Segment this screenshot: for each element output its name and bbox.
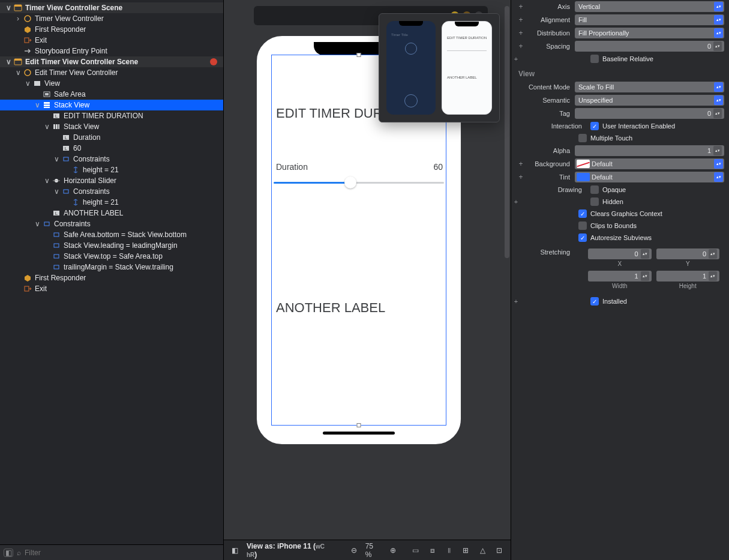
stepper-icon[interactable]: ▴▾ [641, 249, 649, 259]
add-icon[interactable]: + [516, 29, 526, 37]
align-button[interactable]: ⫴ [444, 545, 455, 556]
constraints-inner[interactable]: ∨ Constraints [0, 154, 223, 164]
embed-in-button[interactable]: ⧈ [427, 545, 438, 556]
user-interaction-checkbox[interactable]: ✓ [590, 122, 599, 130]
stepper-icon[interactable]: ▴▾ [713, 41, 722, 51]
add-icon[interactable]: + [511, 55, 521, 62]
horizontal-slider[interactable]: ∨ Horizontal Slider [0, 175, 223, 186]
minimap-scene-2[interactable]: EDIT TIMER DURATION ANOTHER LABEL [442, 21, 492, 115]
canvas-label-60[interactable]: 60 [433, 162, 443, 172]
exit-2[interactable]: · Exit [0, 283, 223, 294]
constraints-slider[interactable]: ∨ Constraints [0, 186, 223, 197]
storyboard-entry[interactable]: · Storyboard Entry Point [0, 46, 223, 56]
axis-popup[interactable]: Vertical▴▾ [575, 1, 724, 12]
label-60[interactable]: · L 60 [0, 143, 223, 154]
disclosure-icon[interactable]: ∨ [24, 79, 31, 88]
alpha-field[interactable]: 1▴▾ [575, 145, 724, 156]
zoom-value[interactable]: 75 % [365, 542, 382, 559]
outline-tree[interactable]: ∨ Timer View Controller Scene › Timer Vi… [0, 0, 223, 544]
installed-checkbox[interactable]: ✓ [590, 297, 599, 306]
stepper-icon[interactable]: ▴▾ [709, 249, 717, 259]
disclosure-icon[interactable]: ∨ [34, 220, 41, 228]
label-another[interactable]: · L ANOTHER LABEL [0, 208, 223, 218]
constraint-height-a[interactable]: · height = 21 [0, 164, 223, 175]
disclosure-icon[interactable]: › [14, 14, 22, 23]
disclosure-icon[interactable]: ∨ [14, 68, 22, 77]
resolve-constraints-button[interactable]: △ [477, 545, 488, 556]
slider-thumb[interactable] [344, 176, 356, 188]
background-color-well[interactable]: Default▴▾ [575, 158, 724, 169]
alignment-popup[interactable]: Fill▴▾ [575, 14, 724, 25]
stretch-w-field[interactable]: 1▴▾ [588, 271, 652, 282]
constraint-c1[interactable]: ·Safe Area.bottom = Stack View.bottom [0, 229, 223, 240]
canvas-label-another[interactable]: ANOTHER LABEL [276, 300, 385, 316]
label-duration[interactable]: · L Duration [0, 132, 223, 143]
autoresize-checkbox[interactable]: ✓ [578, 233, 587, 242]
clips-checkbox[interactable] [578, 221, 587, 230]
add-icon[interactable]: + [516, 42, 526, 50]
vc-timer[interactable]: › Timer View Controller [0, 13, 223, 24]
stepper-icon[interactable]: ▴▾ [709, 271, 717, 281]
constraint-c3[interactable]: ·Stack View.top = Safe Area.top [0, 251, 223, 262]
toggle-outline-button[interactable]: ◧ [230, 545, 241, 556]
update-frames-button[interactable]: ▭ [410, 545, 421, 556]
zoom-out-button[interactable]: ⊖ [349, 545, 359, 556]
stretch-y-field[interactable]: 0▴▾ [656, 248, 720, 259]
canvas-scrollbar[interactable] [505, 6, 509, 258]
multiple-touch-checkbox[interactable] [578, 134, 587, 142]
disclosure-icon[interactable]: ∨ [5, 4, 12, 12]
scene-edit-timer[interactable]: ∨ Edit Timer View Controller Scene [0, 56, 223, 67]
distribution-popup[interactable]: Fill Proportionally▴▾ [575, 28, 724, 38]
canvas-area[interactable]: EDIT TIMER DURATION Duration 60 ANOTHER … [224, 0, 511, 540]
resize-handle-bottom[interactable] [357, 423, 361, 427]
hidden-checkbox[interactable] [590, 197, 599, 206]
zoom-in-button[interactable]: ⊕ [388, 545, 398, 556]
error-badge-icon[interactable] [210, 58, 217, 65]
tag-field[interactable]: 0▴▾ [575, 108, 724, 119]
canvas-label-duration[interactable]: Duration [276, 162, 308, 172]
safe-area[interactable]: · Safe Area [0, 89, 223, 100]
stepper-icon[interactable]: ▴▾ [713, 146, 722, 155]
add-icon[interactable]: + [516, 2, 526, 11]
disclosure-icon[interactable]: ∨ [53, 155, 60, 163]
disclosure-icon[interactable]: ∨ [5, 58, 12, 66]
stretch-h-field[interactable]: 1▴▾ [656, 271, 720, 282]
outline-filter-input[interactable] [25, 549, 220, 557]
semantic-popup[interactable]: Unspecified▴▾ [575, 95, 724, 106]
add-icon[interactable]: + [516, 16, 526, 24]
stack-view-inner[interactable]: ∨ Stack View [0, 121, 223, 132]
scene-timer[interactable]: ∨ Timer View Controller Scene [0, 2, 223, 13]
add-icon[interactable]: + [511, 298, 521, 305]
stepper-icon[interactable]: ▴▾ [713, 109, 722, 118]
opaque-checkbox[interactable] [590, 185, 599, 194]
baseline-relative-checkbox[interactable] [590, 55, 599, 63]
vc-edit-timer[interactable]: ∨ Edit Timer View Controller [0, 67, 223, 78]
constraint-height-b[interactable]: · height = 21 [0, 197, 223, 208]
disclosure-icon[interactable]: ∨ [43, 122, 50, 131]
disclosure-icon[interactable]: ∨ [43, 176, 50, 185]
resize-handle-top[interactable] [357, 53, 361, 57]
stepper-icon[interactable]: ▴▾ [641, 271, 649, 281]
view[interactable]: ∨ View [0, 78, 223, 89]
exit[interactable]: · Exit [0, 35, 223, 46]
first-responder-2[interactable]: · First Responder [0, 272, 223, 283]
add-icon[interactable]: + [516, 160, 526, 168]
disclosure-icon[interactable]: ∨ [34, 101, 41, 109]
filter-toggle-icon[interactable]: ◧ [4, 549, 13, 557]
spacing-field[interactable]: 0▴▾ [575, 41, 724, 52]
disclosure-icon[interactable]: ∨ [53, 187, 60, 196]
canvas-slider[interactable] [274, 176, 444, 188]
constraint-c4[interactable]: ·trailingMargin = Stack View.trailing [0, 262, 223, 272]
content-mode-popup[interactable]: Scale To Fill▴▾ [575, 82, 724, 92]
library-button[interactable]: ⊡ [494, 545, 505, 556]
view-as-label[interactable]: View as: iPhone 11 (wC hR) [247, 542, 337, 559]
add-icon[interactable]: + [511, 198, 521, 205]
tint-color-well[interactable]: Default▴▾ [575, 172, 724, 182]
clears-gc-checkbox[interactable]: ✓ [578, 209, 587, 218]
constraint-c2[interactable]: ·Stack View.leading = leadingMargin [0, 240, 223, 251]
first-responder[interactable]: · First Responder [0, 24, 223, 35]
constraints-outer[interactable]: ∨ Constraints [0, 218, 223, 229]
label-edit-timer-duration[interactable]: · L EDIT TIMER DURATION [0, 110, 223, 121]
stack-view-selected[interactable]: ∨ Stack View [0, 100, 223, 110]
minimap-scene-1[interactable]: Timer Title [386, 21, 436, 115]
